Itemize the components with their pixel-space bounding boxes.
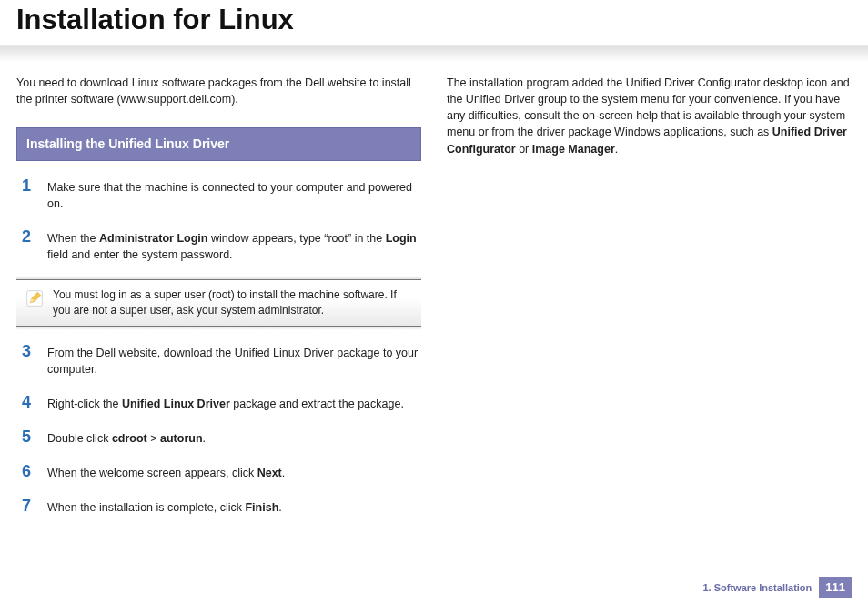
step-number: 2 (22, 228, 47, 247)
step-text: When the Administrator Login window appe… (47, 228, 421, 263)
step-3: 3 From the Dell website, download the Un… (16, 343, 421, 377)
step-text: From the Dell website, download the Unif… (47, 343, 421, 377)
step-1: 1 Make sure that the machine is connecte… (16, 177, 421, 212)
step-7: 7 When the installation is complete, cli… (16, 498, 421, 516)
right-paragraph: The installation program added the Unifi… (447, 75, 852, 157)
title-divider (0, 45, 868, 62)
note-text: You must log in as a super user (root) t… (53, 287, 412, 318)
step-number: 1 (22, 177, 47, 196)
step-6: 6 When the welcome screen appears, click… (16, 463, 421, 481)
step-number: 7 (22, 498, 47, 516)
intro-text: You need to download Linux software pack… (16, 75, 421, 107)
page-title: Installation for Linux (16, 4, 852, 36)
step-number: 3 (22, 343, 47, 361)
step-text: Right-click the Unified Linux Driver pac… (47, 394, 421, 412)
section-heading: Installing the Unified Linux Driver (16, 127, 421, 160)
step-number: 6 (22, 463, 47, 481)
left-column: You need to download Linux software pack… (16, 75, 421, 532)
page-footer: 1. Software Installation 111 (702, 577, 852, 598)
step-text: When the welcome screen appears, click N… (47, 463, 421, 481)
note-box: You must log in as a super user (root) t… (16, 279, 421, 327)
right-column: The installation program added the Unifi… (447, 75, 852, 532)
step-text: Double click cdroot > autorun. (47, 428, 421, 447)
step-number: 5 (22, 428, 47, 447)
steps-list-continued: 3 From the Dell website, download the Un… (16, 343, 421, 517)
step-4: 4 Right-click the Unified Linux Driver p… (16, 394, 421, 412)
footer-page-number: 111 (819, 577, 852, 598)
step-5: 5 Double click cdroot > autorun. (16, 428, 421, 447)
note-pencil-icon (25, 289, 44, 307)
step-text: When the installation is complete, click… (47, 498, 421, 516)
footer-chapter: 1. Software Installation (702, 582, 812, 593)
step-number: 4 (22, 394, 47, 412)
steps-list: 1 Make sure that the machine is connecte… (16, 177, 421, 264)
step-2: 2 When the Administrator Login window ap… (16, 228, 421, 263)
step-text: Make sure that the machine is connected … (47, 177, 421, 212)
